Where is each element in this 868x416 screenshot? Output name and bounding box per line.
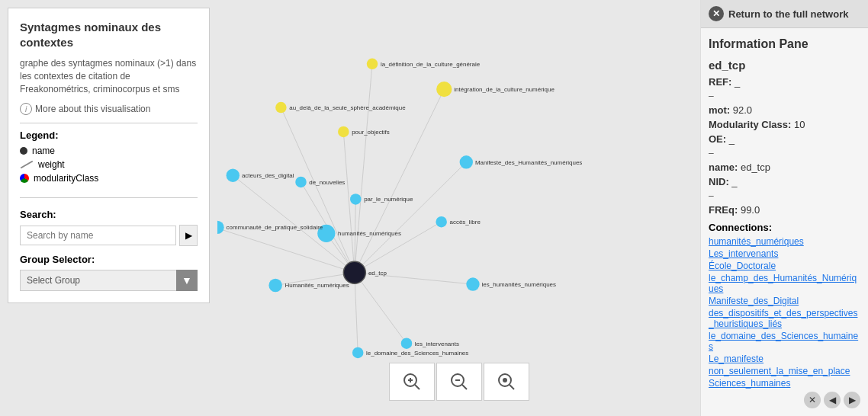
info-modularity-field: Modularity Class: 10 (709, 119, 860, 130)
info-oe-dash: – (709, 148, 860, 158)
sidebar-description: graphe des syntagmes nominaux (>1) dans … (20, 57, 198, 95)
info-freq-value: 99.0 (741, 204, 760, 216)
legend-weight-label: weight (38, 159, 65, 170)
node-la-definition[interactable] (367, 59, 378, 70)
zoom-in-button[interactable] (389, 363, 435, 401)
close-button[interactable]: ✕ (709, 6, 724, 21)
node-label-les-humanites: les_humanités_numériques (482, 281, 556, 288)
search-input[interactable] (20, 226, 176, 245)
info-ref-label: REF: (709, 76, 731, 88)
legend-line-icon (21, 161, 34, 169)
group-selector-label: Group Selector: (20, 254, 198, 265)
node-label-communaute: communauté_de_pratique_solidaire (227, 224, 323, 231)
info-icon: i (20, 103, 32, 115)
info-node-name: ed_tcp (709, 59, 860, 72)
info-name-field: name: ed_tcp (709, 162, 860, 173)
legend-multicolor-icon (20, 174, 29, 183)
info-nid-field: NID: _ (709, 176, 860, 187)
connections-list: humanités_numériquesLes_intervenantsÉcol… (709, 236, 860, 389)
node-pour-objectifs[interactable] (338, 126, 349, 138)
more-info-link[interactable]: i More about this visualisation (20, 103, 198, 115)
connection-link[interactable]: Manifeste_des_Digital (709, 296, 860, 306)
info-freq-field: FREq: 99.0 (709, 204, 860, 216)
node-label-acteurs: acteurs_des_digital (242, 172, 294, 179)
zoom-out-button[interactable] (436, 363, 482, 401)
info-modularity-value: 10 (794, 119, 805, 130)
search-label: Search: (20, 209, 198, 220)
legend-item-name: name (20, 146, 198, 156)
node-label-manifeste: Manifeste_des_Humanités_numériques (475, 159, 582, 166)
info-nid-label: NID: (709, 176, 729, 187)
connection-link[interactable]: Sciences_humaines (709, 378, 860, 389)
connection-link[interactable]: Les_intervenants (709, 248, 860, 259)
node-ed-tcp[interactable] (343, 261, 365, 283)
zoom-reset-button[interactable] (484, 363, 529, 401)
connection-link[interactable]: non_seulement_la_mise_en_place (709, 366, 860, 376)
connection-link[interactable]: des_dispositifs_et_des_perspectives_heur… (709, 308, 860, 329)
graph-area[interactable]: la_définition_de_la_culture_générale int… (217, 0, 700, 416)
pane-prev-btn[interactable]: ◀ (824, 392, 841, 408)
info-mot-label: mot: (709, 104, 730, 116)
legend-item-weight: weight (20, 159, 198, 170)
info-pane: ✕ Return to the full network Information… (700, 0, 868, 416)
info-oe-label: OE: (709, 133, 726, 145)
info-oe-field: OE: _ (709, 133, 860, 145)
legend-name-label: name (32, 146, 55, 156)
info-oe-value: _ (729, 133, 735, 145)
node-label-par-le-numerique: par_le_numérique (364, 196, 413, 203)
info-ref-value: _ (735, 76, 740, 88)
info-ref-field: REF: _ (709, 76, 860, 88)
zoom-controls (389, 363, 529, 401)
connection-link[interactable]: Le_manifeste (709, 354, 860, 364)
node-au-dela[interactable] (275, 102, 287, 114)
info-nid-dash: – (709, 190, 860, 201)
group-selector-section: Group Selector: Select Group ▼ (20, 254, 198, 291)
node-label-ed-tcp: ed_tcp (368, 270, 387, 277)
legend-section: Legend: name weight modularityClass (20, 123, 198, 187)
svg-line-18 (415, 385, 420, 389)
node-acces-libre[interactable] (436, 216, 447, 228)
pane-next-btn[interactable]: ▶ (844, 392, 860, 408)
node-integration[interactable] (436, 82, 452, 97)
info-name-label: name: (709, 162, 738, 173)
zoom-reset-icon (496, 371, 517, 392)
zoom-in-icon (401, 371, 423, 392)
connection-link[interactable]: humanités_numériques (709, 236, 860, 247)
info-pane-title: Information Pane (709, 37, 860, 51)
node-communaute[interactable] (217, 221, 224, 234)
node-les-intervenants[interactable] (401, 338, 413, 349)
node-par-le-numerique[interactable] (350, 194, 362, 205)
zoom-out-icon (448, 371, 470, 392)
return-label: Return to the full network (728, 8, 848, 20)
svg-line-21 (462, 385, 467, 389)
connections-title: Connections: (709, 222, 860, 233)
search-arrow-button[interactable]: ▶ (179, 225, 198, 246)
pane-close-btn[interactable]: ✕ (804, 392, 821, 408)
node-label-de-nouvelles: de_nouvelles (309, 179, 345, 186)
node-label-les-intervenants: les_intervenants (415, 341, 459, 347)
return-bar[interactable]: ✕ Return to the full network (701, 0, 868, 28)
node-label-humanites-2: Humanités_numériques (285, 282, 349, 289)
info-freq-label: FREq: (709, 204, 738, 216)
connection-link[interactable]: le_champ_des_Humanités_Numériques (709, 273, 860, 294)
group-select[interactable]: Select Group (20, 270, 198, 291)
node-label-pour-objectifs: pour_objectifs (352, 129, 390, 136)
legend-dot-icon (20, 147, 27, 155)
connection-link[interactable]: le_domaine_des_Sciences_humaines (709, 331, 860, 352)
svg-line-13 (355, 273, 407, 344)
node-acteurs[interactable] (227, 169, 240, 182)
node-label-acces-libre: accès_libre (450, 219, 481, 226)
node-label-humanites: humanités_numériques (338, 230, 401, 237)
connection-link[interactable]: École_Doctorale (709, 261, 860, 271)
legend-modularity-label: modularityClass (34, 173, 98, 184)
node-les-humanites[interactable] (466, 277, 479, 290)
search-row: ▶ (20, 225, 198, 246)
divider-1 (20, 197, 198, 198)
node-humanites-2[interactable] (268, 279, 281, 292)
node-manifeste[interactable] (460, 155, 473, 168)
node-le-domaine[interactable] (352, 347, 364, 359)
graph-svg: la_définition_de_la_culture_générale int… (217, 0, 700, 416)
node-de-nouvelles[interactable] (295, 177, 307, 188)
svg-line-6 (355, 162, 466, 273)
info-pane-controls: ✕ ◀ ▶ (804, 392, 860, 408)
